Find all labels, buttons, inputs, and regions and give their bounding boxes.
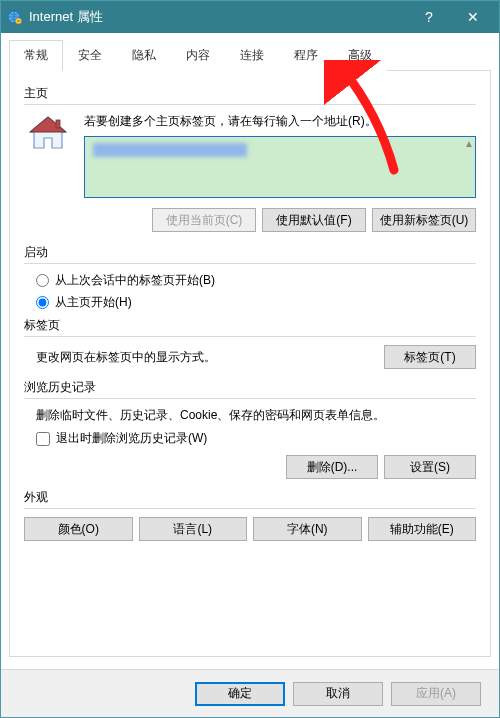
svg-marker-4 — [30, 117, 66, 132]
tabs-description: 更改网页在标签页中的显示方式。 — [36, 349, 216, 366]
home-instruction: 若要创建多个主页标签页，请在每行输入一个地址(R)。 — [84, 113, 476, 130]
svg-rect-5 — [56, 120, 60, 128]
tabs-button[interactable]: 标签页(T) — [384, 345, 476, 369]
dialog-footer: 确定 取消 应用(A) — [1, 669, 499, 717]
delete-on-exit-row[interactable]: 退出时删除浏览历史记录(W) — [36, 430, 476, 447]
apply-button: 应用(A) — [391, 682, 481, 706]
titlebar: Internet 属性 ? ✕ — [1, 1, 499, 33]
divider — [24, 398, 476, 399]
internet-options-icon — [5, 8, 23, 26]
tab-strip: 常规 安全 隐私 内容 连接 程序 高级 — [9, 39, 491, 71]
use-newtab-button[interactable]: 使用新标签页(U) — [372, 208, 476, 232]
house-icon — [24, 113, 72, 153]
close-button[interactable]: ✕ — [451, 1, 495, 33]
section-label-startup: 启动 — [24, 244, 476, 261]
svg-rect-2 — [17, 20, 19, 22]
homepage-url-blurred: https://www.baidu.com — [93, 143, 247, 157]
use-default-button[interactable]: 使用默认值(F) — [262, 208, 366, 232]
tab-advanced[interactable]: 高级 — [333, 40, 387, 71]
radio-from-last-session[interactable]: 从上次会话中的标签页开始(B) — [36, 272, 476, 289]
home-row: 若要创建多个主页标签页，请在每行输入一个地址(R)。 https://www.b… — [24, 113, 476, 232]
tab-content[interactable]: 内容 — [171, 40, 225, 71]
divider — [24, 263, 476, 264]
radio-from-last-input[interactable] — [36, 274, 49, 287]
section-label-history: 浏览历史记录 — [24, 379, 476, 396]
cancel-button[interactable]: 取消 — [293, 682, 383, 706]
help-button[interactable]: ? — [407, 1, 451, 33]
radio-from-home-input[interactable] — [36, 296, 49, 309]
homepage-url-input[interactable]: https://www.baidu.com — [84, 136, 476, 198]
radio-from-home-label[interactable]: 从主页开始(H) — [55, 294, 132, 311]
use-current-button: 使用当前页(C) — [152, 208, 256, 232]
dialog-body: 常规 安全 隐私 内容 连接 程序 高级 主页 若要创 — [1, 33, 499, 669]
languages-button[interactable]: 语言(L) — [139, 517, 248, 541]
tab-general[interactable]: 常规 — [9, 40, 63, 71]
tab-programs[interactable]: 程序 — [279, 40, 333, 71]
internet-options-dialog: Internet 属性 ? ✕ 常规 安全 隐私 内容 连接 程序 高级 主页 — [0, 0, 500, 718]
tab-privacy[interactable]: 隐私 — [117, 40, 171, 71]
section-label-appearance: 外观 — [24, 489, 476, 506]
divider — [24, 336, 476, 337]
divider — [24, 104, 476, 105]
accessibility-button[interactable]: 辅助功能(E) — [368, 517, 477, 541]
delete-on-exit-label[interactable]: 退出时删除浏览历史记录(W) — [56, 430, 207, 447]
delete-history-button[interactable]: 删除(D)... — [286, 455, 378, 479]
ok-button[interactable]: 确定 — [195, 682, 285, 706]
radio-from-last-label[interactable]: 从上次会话中的标签页开始(B) — [55, 272, 215, 289]
history-settings-button[interactable]: 设置(S) — [384, 455, 476, 479]
fonts-button[interactable]: 字体(N) — [253, 517, 362, 541]
section-label-tabs: 标签页 — [24, 317, 476, 334]
history-description: 删除临时文件、历史记录、Cookie、保存的密码和网页表单信息。 — [36, 407, 476, 424]
divider — [24, 508, 476, 509]
colors-button[interactable]: 颜色(O) — [24, 517, 133, 541]
section-label-home: 主页 — [24, 85, 476, 102]
tab-security[interactable]: 安全 — [63, 40, 117, 71]
tab-connections[interactable]: 连接 — [225, 40, 279, 71]
scroll-up-icon[interactable]: ▲ — [464, 138, 474, 149]
general-panel: 主页 若要创建多个主页标签页，请在每行输入一个地址(R)。 https://ww… — [9, 71, 491, 657]
window-title: Internet 属性 — [29, 8, 407, 26]
radio-from-home[interactable]: 从主页开始(H) — [36, 294, 476, 311]
delete-on-exit-checkbox[interactable] — [36, 432, 50, 446]
